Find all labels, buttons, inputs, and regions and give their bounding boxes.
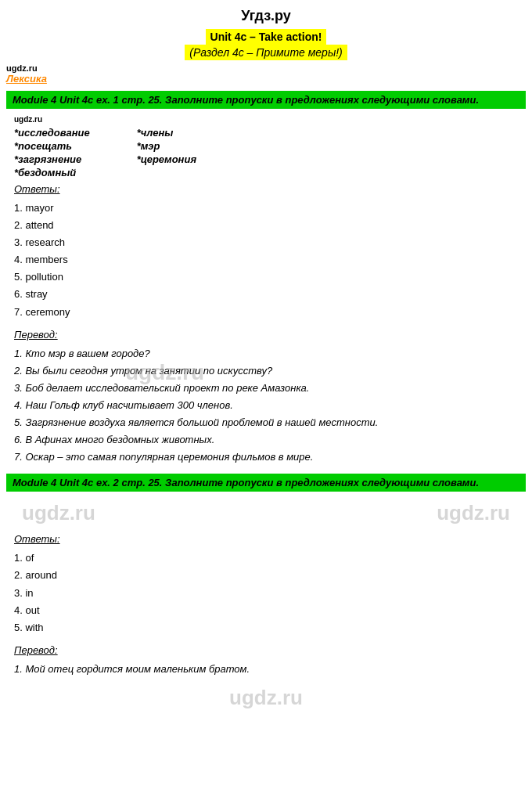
watermark-bottom: ugdz.ru xyxy=(229,686,303,710)
module2-header: Module 4 Unit 4c ex. 2 стр. 25. Заполнит… xyxy=(6,474,526,492)
answers-list-1: 1. mayor 2. attend 3. research 4. member… xyxy=(6,200,526,321)
perevod-item: 5. Загрязнение воздуха является большой … xyxy=(14,414,526,431)
perevod-header-2: Перевод: xyxy=(6,644,526,656)
answer-item: 1. mayor xyxy=(14,200,526,217)
answer-item: 2. attend xyxy=(14,217,526,234)
unit-subtitle: (Раздел 4c – Примите меры!) xyxy=(185,45,347,60)
site-title: Угдз.ру xyxy=(0,0,532,29)
perevod-item: 1. Мой отец гордится моим маленьким брат… xyxy=(14,661,526,678)
answer-item: 1. of xyxy=(14,550,526,567)
perevod-item: 4. Наш Гольф клуб насчитывает 300 членов… xyxy=(14,397,526,414)
answer-item: 6. stray xyxy=(14,286,526,303)
answer-item: 3. research xyxy=(14,234,526,251)
word-7: *церемония xyxy=(137,153,196,165)
answer-item: 5. pollution xyxy=(14,269,526,286)
word-2: *посещать xyxy=(14,140,90,152)
word-6: *мэр xyxy=(137,140,196,152)
perevod-header-1: Перевод: xyxy=(6,329,526,341)
unit-title: Unit 4c – Take action! xyxy=(206,29,327,45)
word-5: *члены xyxy=(137,127,196,139)
logo-module1: ugdz.ru xyxy=(6,115,526,124)
perevod-item: 6. В Афинах много бездомных животных. xyxy=(14,431,526,449)
answer-item: 3. in xyxy=(14,585,526,602)
words-table: *исследование *посещать *загрязнение *бе… xyxy=(6,127,526,178)
perevod-item: 2. Вы были сегодня утром на занятии по и… xyxy=(14,362,526,380)
module1-header: Module 4 Unit 4c ex. 1 стр. 25. Заполнит… xyxy=(6,91,526,109)
perevod-item: 1. Кто мэр в вашем городе? xyxy=(14,345,526,362)
word-4: *бездомный xyxy=(14,167,90,178)
answers-list-2: 1. of 2. around 3. in 4. out 5. with xyxy=(6,550,526,636)
perevod-item: 3. Боб делает исследовательский проект п… xyxy=(14,380,526,397)
perevod-list-1: 1. Кто мэр в вашем городе? 2. Вы были се… xyxy=(6,345,526,467)
lexika-label: Лексика xyxy=(6,73,532,85)
words-col2: *члены *мэр *церемония xyxy=(137,127,196,178)
logo-top: ugdz.ru xyxy=(6,63,532,73)
answers-header-1: Ответы: xyxy=(6,183,526,195)
answer-item: 4. out xyxy=(14,602,526,619)
word-1: *исследование xyxy=(14,127,90,139)
perevod-list-2: 1. Мой отец гордится моим маленьким брат… xyxy=(6,661,526,678)
words-col1: *исследование *посещать *загрязнение *бе… xyxy=(14,127,90,178)
answer-item: 7. ceremony xyxy=(14,304,526,321)
word-3: *загрязнение xyxy=(14,153,90,165)
perevod-item: 7. Оскар – это самая популярная церемони… xyxy=(14,449,526,466)
answers-header-2: Ответы: xyxy=(6,533,526,545)
answer-item: 2. around xyxy=(14,567,526,584)
watermark-3: ugdz.ru xyxy=(437,501,510,525)
watermark-2: ugdz.ru xyxy=(22,501,95,525)
answer-item: 4. members xyxy=(14,251,526,269)
answer-item: 5. with xyxy=(14,619,526,636)
